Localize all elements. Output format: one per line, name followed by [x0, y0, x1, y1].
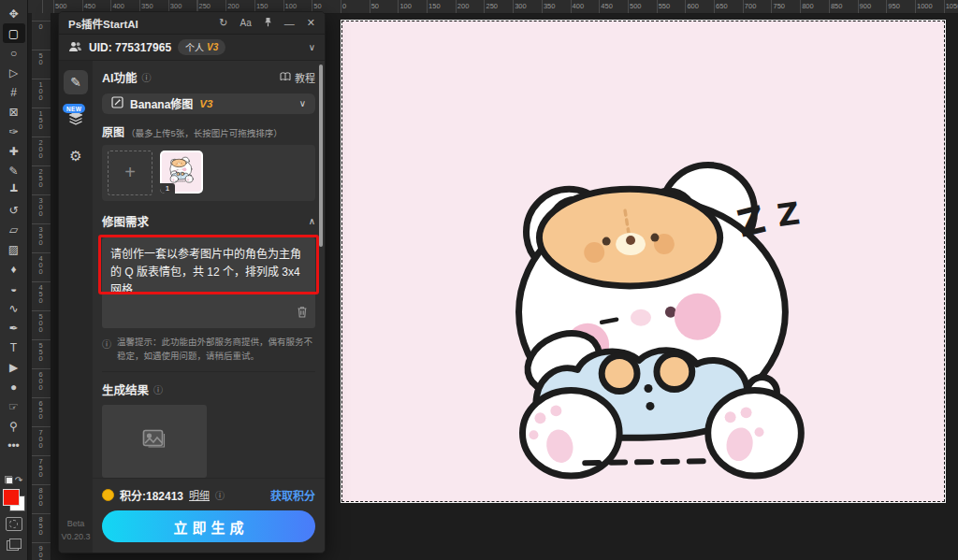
new-badge: NEW [63, 104, 85, 113]
ruler-tick-label: 750 [774, 2, 786, 10]
ruler-tick-label: 550 [36, 341, 45, 361]
user-icon [68, 39, 82, 56]
minimize-icon[interactable]: — [284, 18, 295, 29]
ruler-tick-label: 350 [544, 2, 556, 10]
ruler-tick-label: 550 [659, 2, 671, 10]
healing-brush-tool[interactable]: ✚ [3, 141, 25, 161]
color-swatches [3, 489, 25, 511]
bear-illustration: Z Z [342, 22, 944, 501]
pencil-icon: ✎ [70, 75, 81, 90]
ruler-tick-label: 750 [36, 457, 45, 477]
ruler-tick-label: 200 [36, 138, 45, 158]
ruler-tick-label: 350 [36, 225, 45, 245]
ruler-tick-label: 900 [860, 2, 872, 10]
uid-text: UID: 775317965 [89, 41, 171, 54]
clone-stamp-tool[interactable]: ┻ [3, 180, 25, 200]
hand-tool[interactable]: ☞ [3, 396, 25, 416]
prompt-textarea[interactable]: 请创作一套以参考图片中的角色为主角的 Q 版表情包，共 12 个，排列成 3x4… [102, 237, 315, 328]
dodge-tool[interactable]: ◒ [3, 279, 25, 298]
picture-icon [142, 429, 167, 453]
pen-tool[interactable]: ✒ [3, 318, 25, 337]
crop-tool[interactable]: # [3, 82, 25, 102]
refresh-icon[interactable]: ↻ [219, 17, 227, 29]
tutorial-link[interactable]: 教程 [280, 70, 315, 85]
mode-version: V3 [199, 98, 212, 109]
screen-mode-button[interactable] [7, 538, 22, 551]
swap-colors-icon[interactable]: ↷ [15, 475, 22, 485]
ruler-tick-label: 500 [630, 2, 642, 10]
type-tool[interactable]: T [3, 337, 25, 357]
ruler-tick-label: 250 [36, 167, 45, 187]
plan-version: V3 [207, 42, 218, 52]
frame-tool[interactable]: ⊠ [3, 102, 25, 122]
marquee-tool[interactable]: ▢ [3, 23, 25, 43]
brush-tool[interactable]: ✎ [3, 161, 25, 180]
mode-name: Banana修图 [130, 95, 193, 111]
request-title: 修图需求 [102, 212, 149, 230]
get-credits-link[interactable]: 获取积分 [270, 487, 315, 503]
edit-image-icon [111, 95, 123, 112]
trash-icon[interactable] [297, 305, 308, 322]
foreground-color-swatch[interactable] [3, 489, 20, 506]
account-row[interactable]: UID: 775317965 个人 V3 ∨ [59, 35, 325, 61]
eraser-tool[interactable]: ▱ [3, 220, 25, 239]
coin-icon [102, 489, 114, 501]
shape-tool[interactable]: ● [3, 377, 25, 396]
tab-edit[interactable]: ✎ [64, 70, 88, 94]
default-colors-icon[interactable] [5, 476, 13, 484]
ruler-tick-label: 200 [227, 2, 240, 10]
plus-icon: + [124, 162, 136, 183]
ruler-tick-label: 400 [112, 2, 124, 10]
generate-button[interactable]: 立即生成 [102, 510, 315, 542]
zoom-tool[interactable]: ⚲ [3, 416, 25, 436]
ai-section-title: AI功能 [102, 68, 138, 86]
object-selection-tool[interactable]: ▷ [3, 63, 25, 82]
layers-icon [68, 112, 83, 128]
ruler-tick-label: 300 [170, 2, 182, 10]
ruler-tick-label: 250 [486, 2, 499, 10]
notice-text: 温馨提示：此功能由外部服务商提供，偶有服务不稳定，如遇使用问题，请稍后重试。 [117, 336, 315, 363]
ruler-tick-label: 600 [687, 2, 699, 10]
quick-mask-button[interactable] [6, 517, 22, 531]
pin-icon[interactable] [264, 17, 272, 29]
ruler-tick-label: 50 [371, 2, 379, 10]
ruler-tick-label: 450 [36, 283, 45, 303]
thumbnail-index-badge: 1 [160, 183, 175, 194]
panel-tabstrip: ✎ NEW ⚙ Beta V0.20.3 [59, 61, 93, 553]
info-icon[interactable]: ⓘ [215, 488, 225, 502]
ruler-tick-label: 0 [342, 2, 346, 10]
uploaded-image-thumbnail[interactable]: 1 [160, 151, 203, 194]
panel-scrollbar[interactable] [319, 65, 323, 247]
collapse-chevron-up-icon[interactable]: ∧ [309, 216, 315, 226]
info-icon[interactable]: ⓘ [142, 70, 152, 84]
info-icon[interactable]: ⓘ [153, 382, 163, 396]
lasso-tool[interactable]: ○ [3, 43, 25, 63]
mode-dropdown[interactable]: Banana修图 V3 ∨ [102, 93, 315, 114]
path-selection-tool[interactable]: ▶ [3, 357, 25, 377]
panel-titlebar[interactable]: Ps插件StartAI ↻ Aa — ✕ [59, 12, 325, 35]
text-size-icon[interactable]: Aa [240, 18, 252, 28]
document-canvas[interactable]: Z Z [341, 21, 945, 502]
toolbar-bottom-cluster: ↷ [3, 475, 25, 560]
add-image-button[interactable]: + [108, 151, 152, 195]
ruler-tick-label: 50 [36, 51, 45, 65]
more-tools[interactable]: ••• [3, 436, 25, 455]
eyedropper-tool[interactable]: ✑ [3, 122, 25, 141]
tab-settings[interactable]: ⚙ [69, 148, 81, 165]
result-placeholder [102, 405, 207, 478]
ruler-tick-label: 450 [84, 2, 96, 10]
account-chevron-down-icon[interactable]: ∨ [309, 42, 315, 52]
tab-layers[interactable]: NEW [68, 111, 83, 129]
upload-area: + 1 [102, 145, 315, 201]
ruler-tick-label: 50 [313, 2, 321, 10]
gradient-tool[interactable]: ▨ [3, 239, 25, 259]
history-brush-tool[interactable]: ↺ [3, 200, 25, 220]
smudge-tool[interactable]: ∿ [3, 298, 25, 318]
move-tool[interactable]: ✥ [3, 4, 25, 23]
plan-badge[interactable]: 个人 V3 [178, 39, 225, 55]
service-notice: ⓘ 温馨提示：此功能由外部服务商提供，偶有服务不稳定，如遇使用问题，请稍后重试。 [102, 336, 315, 363]
close-icon[interactable]: ✕ [307, 17, 315, 29]
ruler-tick-label: 250 [199, 2, 211, 10]
blur-tool[interactable]: ♦ [3, 259, 25, 279]
credits-detail-link[interactable]: 明细 [189, 487, 210, 502]
